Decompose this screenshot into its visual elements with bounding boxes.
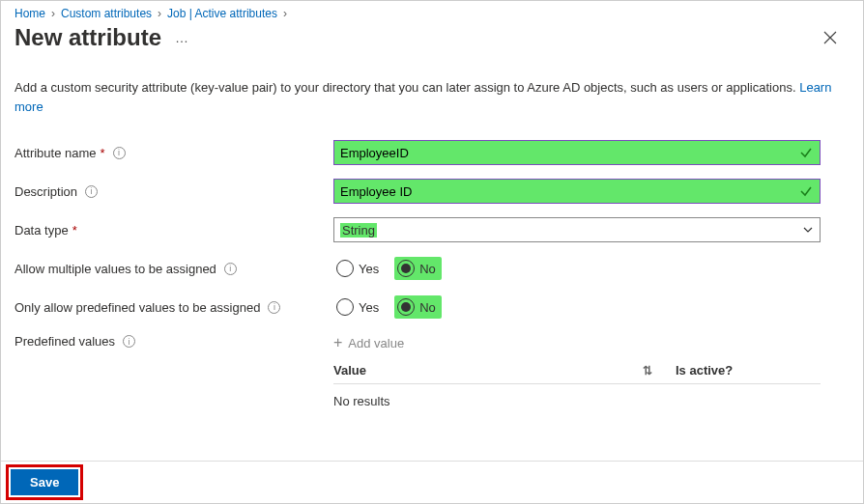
page-title: New attribute: [14, 24, 161, 51]
footer: Save: [1, 461, 863, 503]
info-icon[interactable]: i: [123, 335, 135, 348]
close-button[interactable]: [817, 24, 844, 51]
column-value[interactable]: Value: [333, 363, 366, 378]
data-type-label: Data type: [14, 223, 69, 238]
radio-icon: [397, 260, 415, 277]
only-predefined-label: Only allow predefined values to be assig…: [14, 300, 260, 315]
required-icon: *: [72, 223, 77, 238]
save-button[interactable]: Save: [11, 469, 78, 495]
attribute-name-input[interactable]: [333, 140, 821, 165]
chevron-right-icon: ›: [283, 7, 287, 20]
attribute-name-label: Attribute name: [14, 146, 97, 160]
more-actions-icon[interactable]: …: [175, 30, 189, 45]
plus-icon: +: [333, 334, 342, 351]
column-is-active[interactable]: Is active?: [676, 363, 821, 378]
chevron-right-icon: ›: [158, 7, 161, 20]
check-icon: [799, 184, 813, 198]
info-icon[interactable]: i: [85, 185, 98, 198]
info-icon[interactable]: i: [113, 147, 126, 159]
predefined-table-header: Value ⇅ Is active?: [333, 357, 821, 384]
only-predefined-no[interactable]: No: [394, 295, 442, 319]
add-value-button: + Add value: [333, 334, 821, 351]
page-header: New attribute …: [1, 22, 863, 61]
allow-multiple-no[interactable]: No: [394, 257, 442, 280]
breadcrumb: Home › Custom attributes › Job | Active …: [1, 1, 863, 22]
radio-icon: [336, 260, 354, 277]
breadcrumb-home[interactable]: Home: [14, 7, 45, 20]
chevron-right-icon: ›: [51, 7, 55, 20]
info-icon[interactable]: i: [224, 263, 237, 275]
description-label: Description: [14, 184, 77, 199]
sort-icon[interactable]: ⇅: [643, 364, 652, 378]
breadcrumb-job[interactable]: Job | Active attributes: [167, 7, 277, 20]
radio-icon: [336, 298, 354, 316]
chevron-down-icon: [802, 224, 814, 236]
radio-icon: [397, 298, 415, 316]
info-icon[interactable]: i: [268, 301, 280, 314]
intro-text: Add a custom security attribute (key-val…: [14, 78, 850, 116]
allow-multiple-yes[interactable]: Yes: [333, 257, 385, 280]
required-icon: *: [101, 146, 105, 160]
predefined-values-label: Predefined values: [14, 334, 115, 349]
description-input[interactable]: [333, 179, 821, 204]
breadcrumb-custom-attributes[interactable]: Custom attributes: [61, 7, 152, 20]
data-type-select[interactable]: String: [333, 217, 821, 242]
close-icon: [823, 31, 837, 44]
no-results-text: No results: [333, 384, 821, 418]
allow-multiple-label: Allow multiple values to be assigned: [14, 262, 216, 276]
check-icon: [799, 146, 813, 159]
only-predefined-yes[interactable]: Yes: [333, 295, 385, 319]
